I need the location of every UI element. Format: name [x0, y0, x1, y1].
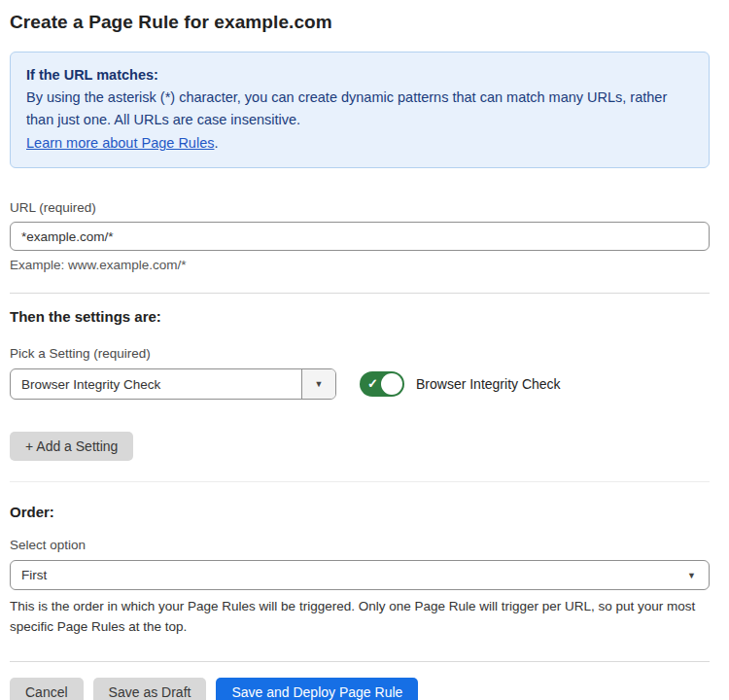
faint-divider — [10, 481, 710, 482]
settings-section-heading: Then the settings are: — [10, 308, 710, 325]
url-field-label: URL (required) — [10, 200, 710, 215]
toggle-knob — [381, 373, 402, 395]
chevron-down-icon: ▼ — [687, 571, 696, 580]
order-select[interactable]: First ▼ — [10, 560, 710, 590]
setting-dropdown-arrow-button[interactable]: ▼ — [301, 369, 335, 399]
add-setting-button[interactable]: + Add a Setting — [10, 432, 133, 461]
toggle-label: Browser Integrity Check — [416, 376, 561, 392]
footer-actions: Cancel Save as Draft Save and Deploy Pag… — [10, 678, 710, 700]
url-input[interactable] — [10, 222, 710, 251]
link-suffix: . — [214, 135, 218, 151]
info-callout-body: By using the asterisk (*) character, you… — [26, 87, 693, 131]
setting-row: Browser Integrity Check ▼ ✓ Browser Inte… — [10, 368, 710, 400]
url-example-helper: Example: www.example.com/* — [10, 258, 710, 272]
learn-more-link[interactable]: Learn more about Page Rules — [26, 135, 214, 151]
browser-integrity-toggle[interactable]: ✓ — [360, 371, 404, 397]
save-as-draft-button[interactable]: Save as Draft — [93, 678, 207, 700]
info-callout-heading: If the URL matches: — [26, 64, 693, 87]
url-match-info-callout: If the URL matches: By using the asteris… — [10, 52, 710, 168]
order-section-heading: Order: — [10, 504, 710, 520]
order-select-value: First — [21, 568, 687, 582]
check-icon: ✓ — [367, 376, 378, 391]
save-and-deploy-button[interactable]: Save and Deploy Page Rule — [216, 678, 418, 700]
pick-setting-label: Pick a Setting (required) — [10, 346, 710, 361]
order-helper-text: This is the order in which your Page Rul… — [10, 596, 710, 637]
cancel-button[interactable]: Cancel — [10, 678, 84, 700]
footer-divider — [10, 661, 710, 662]
setting-dropdown-value: Browser Integrity Check — [11, 369, 301, 399]
order-select-label: Select option — [10, 538, 710, 552]
page-title: Create a Page Rule for example.com — [10, 12, 710, 33]
info-callout-link-line: Learn more about Page Rules. — [26, 131, 693, 155]
setting-dropdown[interactable]: Browser Integrity Check ▼ — [10, 368, 336, 400]
page-rule-form: Create a Page Rule for example.com If th… — [0, 0, 729, 700]
chevron-down-icon: ▼ — [315, 379, 324, 389]
section-divider — [10, 293, 710, 294]
